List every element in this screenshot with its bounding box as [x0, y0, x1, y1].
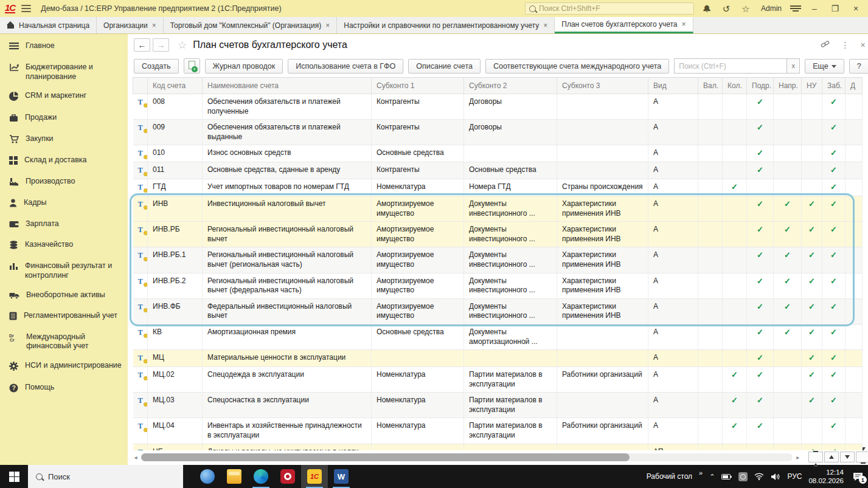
table-row-ИНВ.РБ.2[interactable]: ТИНВ.РБ.2Региональный инвестиционный нал…: [133, 273, 863, 298]
table-row-008[interactable]: Т008Обеспечения обязательств и платежей …: [133, 94, 863, 120]
table-row-011[interactable]: Т011Основные средства, сданные в арендуК…: [133, 162, 863, 179]
column-header-11[interactable]: Заб.: [822, 78, 845, 94]
column-header-7[interactable]: Кол.: [723, 78, 747, 94]
column-header-4[interactable]: Субконто 3: [557, 78, 648, 94]
table-row-ИНВ.ФБ[interactable]: ТИНВ.ФБФедеральный инвестиционный налого…: [133, 298, 863, 324]
column-header-10[interactable]: НУ: [802, 78, 822, 94]
current-user[interactable]: Admin: [759, 4, 784, 13]
tab-2[interactable]: Торговый дом "Комплексный" (Организация)…: [164, 17, 338, 33]
column-header-6[interactable]: Вал.: [698, 78, 723, 94]
clear-search-icon[interactable]: x: [786, 58, 800, 74]
horizontal-scrollbar[interactable]: [141, 453, 793, 461]
wifi-icon[interactable]: [754, 473, 764, 480]
column-header-8[interactable]: Подр.: [747, 78, 774, 94]
language-indicator[interactable]: РУС: [787, 472, 802, 481]
forward-button[interactable]: →: [153, 38, 169, 52]
global-search-input[interactable]: [525, 2, 694, 15]
close-icon[interactable]: ×: [325, 21, 330, 30]
intl-accounts-button[interactable]: Соответствующие счета международного уче…: [485, 59, 669, 74]
scroll-left-icon[interactable]: ◂: [133, 454, 139, 461]
sidebar-item-7[interactable]: Кадры: [0, 193, 128, 215]
tab-1[interactable]: Организации×: [97, 17, 164, 33]
sidebar-item-4[interactable]: Закупки: [0, 129, 128, 151]
sidebar-item-1[interactable]: Бюджетирование и планирование: [0, 58, 128, 86]
sidebar-item-2[interactable]: CRM и маркетинг: [0, 86, 128, 108]
sidebar-item-8[interactable]: Зарплата: [0, 215, 128, 235]
service-menu-icon[interactable]: [790, 4, 801, 13]
show-hidden-icons[interactable]: ⌃: [709, 473, 715, 481]
taskbar-app-1c[interactable]: 1С: [301, 465, 328, 488]
taskbar-app-explorer[interactable]: [221, 465, 248, 488]
journal-button[interactable]: Журнал проводок: [205, 59, 283, 74]
close-tab-icon[interactable]: ×: [860, 40, 865, 50]
table-row-009[interactable]: Т009Обеспечения обязательств и платежей …: [133, 120, 863, 145]
start-button[interactable]: [0, 465, 28, 488]
taskbar-app-word[interactable]: W: [328, 465, 355, 488]
sidebar-item-13[interactable]: DrCrМеждународный финансовый учет: [0, 328, 128, 356]
column-header-12[interactable]: Д: [845, 78, 863, 94]
action-center-icon[interactable]: 1: [853, 472, 863, 481]
table-row-010[interactable]: Т010Износ основных средствОсновные средс…: [133, 145, 863, 162]
close-icon[interactable]: ×: [682, 20, 686, 29]
create-group-button[interactable]: [184, 58, 200, 74]
favorites-star-icon[interactable]: ☆: [739, 4, 752, 13]
table-search-input[interactable]: [674, 58, 786, 74]
close-window-button[interactable]: ×: [849, 4, 863, 13]
create-button[interactable]: Создать: [134, 59, 179, 74]
notifications-bell-icon[interactable]: 🔔︎: [700, 4, 713, 13]
column-header-1[interactable]: Наименование счета: [203, 78, 372, 94]
column-header-0[interactable]: Код счета: [148, 78, 203, 94]
sidebar-item-15[interactable]: ?Помощь: [0, 378, 128, 400]
go-bottom-button[interactable]: [856, 452, 868, 462]
desktop-toolbar-label[interactable]: Рабочий стол: [647, 472, 692, 481]
table-row-ИНВ[interactable]: ТИНВИнвестиционный налоговый вычетАморти…: [133, 196, 863, 222]
toolbar-expand-icon[interactable]: »: [699, 469, 703, 476]
sidebar-item-12[interactable]: Регламентированный учет: [0, 306, 128, 328]
taskbar-app-red-app[interactable]: [274, 465, 301, 488]
taskbar-app-thunderbird[interactable]: [194, 465, 221, 488]
table-row-ИНВ.РБ[interactable]: ТИНВ.РБРегиональный инвестиционный налог…: [133, 222, 863, 247]
maximize-button[interactable]: ❐: [828, 4, 842, 13]
tab-3[interactable]: Настройки и справочники по регламентиров…: [337, 17, 555, 33]
column-header-3[interactable]: Субконто 2: [464, 78, 557, 94]
minimize-button[interactable]: –: [807, 4, 822, 13]
get-link-icon[interactable]: [821, 40, 830, 50]
table-row-ГТД[interactable]: ТГТДУчет импортных товаров по номерам ГТ…: [133, 179, 863, 196]
table-header-row[interactable]: Код счетаНаименование счетаСубконто 1Суб…: [133, 78, 863, 94]
go-top-button[interactable]: [808, 452, 823, 462]
history-icon[interactable]: ↺: [720, 4, 733, 13]
column-header-9[interactable]: Напр.: [774, 78, 802, 94]
sidebar-item-14[interactable]: НСИ и администрирование: [0, 356, 128, 378]
tray-app-icon[interactable]: [738, 472, 748, 481]
sidebar-item-6[interactable]: Производство: [0, 172, 128, 193]
tab-0[interactable]: Начальная страница: [0, 17, 97, 33]
back-button[interactable]: ←: [134, 38, 150, 52]
close-icon[interactable]: ×: [543, 21, 547, 30]
sidebar-item-11[interactable]: Внеоборотные активы: [0, 286, 128, 306]
table-row-МЦ.02[interactable]: ТМЦ.02Спецодежда в эксплуатацииНоменклат…: [133, 367, 863, 393]
close-icon[interactable]: ×: [152, 21, 156, 30]
kebab-menu-icon[interactable]: ⋮: [841, 40, 849, 50]
column-header-2[interactable]: Субконто 1: [372, 78, 464, 94]
sidebar-item-9[interactable]: Казначейство: [0, 235, 128, 256]
tab-4[interactable]: План счетов бухгалтерского учета×: [555, 17, 693, 33]
taskbar-search[interactable]: Поиск: [28, 465, 183, 488]
clock[interactable]: 12:14 08.02.2026: [808, 468, 844, 486]
table-row-НЕ[interactable]: ТНЕДоходы и расходы, не учитываемые в це…: [133, 444, 863, 450]
account-description-button[interactable]: Описание счета: [408, 59, 481, 74]
sidebar-item-0[interactable]: Главное: [0, 36, 128, 58]
sidebar-item-10[interactable]: Финансовый результат и контроллинг: [0, 256, 128, 285]
scroll-right-icon[interactable]: ▸: [795, 454, 801, 461]
table-row-МЦ.03[interactable]: ТМЦ.03Спецоснастка в эксплуатацииНоменкл…: [133, 393, 863, 418]
more-button[interactable]: Еще: [805, 59, 844, 74]
main-menu-icon[interactable]: [21, 5, 31, 12]
table-row-КВ[interactable]: ТКВАмортизационная премияОсновные средст…: [133, 324, 863, 349]
usage-gfo-button[interactable]: Использование счета в ГФО: [288, 59, 403, 74]
go-down-button[interactable]: [840, 452, 855, 462]
table-row-МЦ.04[interactable]: ТМЦ.04Инвентарь и хозяйственные принадле…: [133, 418, 863, 444]
column-header-5[interactable]: Вид: [648, 78, 698, 94]
sidebar-item-5[interactable]: Склад и доставка: [0, 151, 128, 172]
favorite-star-icon[interactable]: ☆: [178, 39, 187, 52]
scrollbar-thumb[interactable]: [141, 453, 630, 461]
volume-icon[interactable]: [771, 473, 780, 481]
